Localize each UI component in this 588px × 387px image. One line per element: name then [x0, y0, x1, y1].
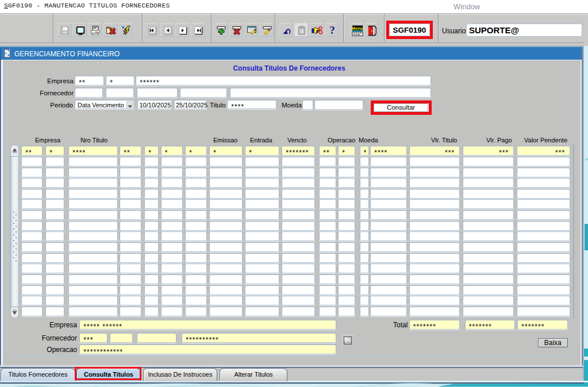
svg-text:Menu: Menu — [352, 26, 363, 31]
svg-text:?: ? — [329, 25, 335, 36]
